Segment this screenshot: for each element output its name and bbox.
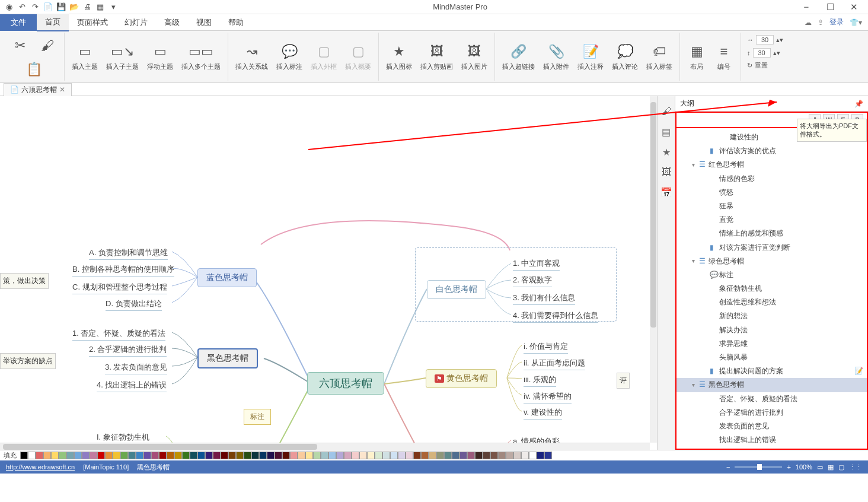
color-swatch[interactable]	[282, 452, 290, 459]
color-swatch[interactable]	[521, 452, 529, 459]
color-swatch[interactable]	[159, 452, 167, 459]
insert-topic-button[interactable]: ▭插入主题	[68, 40, 101, 74]
insert-attachment-button[interactable]: 📎插入附件	[540, 40, 573, 74]
color-swatch[interactable]	[143, 452, 151, 459]
pin-icon[interactable]: 📌	[854, 100, 863, 108]
color-swatch[interactable]	[544, 452, 552, 459]
outline-item[interactable]: 否定、怀疑、质疑的看法	[676, 392, 867, 406]
color-swatch[interactable]	[429, 452, 436, 459]
color-swatch[interactable]	[290, 452, 298, 459]
outline-item[interactable]: 头脑风暴	[676, 351, 867, 364]
export-icon[interactable]: ▦	[95, 2, 106, 12]
black-leaf-4[interactable]: 4. 找出逻辑上的错误	[97, 380, 167, 392]
menu-view[interactable]: 视图	[188, 14, 220, 31]
login-link[interactable]: 登录	[829, 17, 844, 27]
color-swatch[interactable]	[97, 452, 105, 459]
task-icon[interactable]: 📅	[660, 186, 672, 198]
outline-item[interactable]: ▾☰黑色思考帽	[676, 378, 867, 392]
format-painter-button[interactable]: 🖌	[34, 34, 60, 58]
color-swatch[interactable]	[390, 452, 398, 459]
blue-leaf-b[interactable]: B. 控制各种思考帽的使用顺序	[72, 264, 174, 277]
color-swatch[interactable]	[305, 452, 313, 459]
outline-item[interactable]: 求异思维	[676, 337, 867, 351]
qat-dropdown-icon[interactable]: ▾	[108, 2, 119, 12]
outline-item[interactable]: ▾☰红色思考帽	[676, 158, 867, 171]
black-leaf-1[interactable]: 1. 否定、怀疑、质疑的看法	[72, 328, 165, 341]
outline-item[interactable]: ▮对该方案进行直觉判断	[676, 241, 867, 255]
color-swatch[interactable]	[298, 452, 305, 459]
color-swatch[interactable]	[421, 452, 429, 459]
view-mode-1-icon[interactable]: ▭	[817, 463, 823, 471]
layout-button[interactable]: ▦布局	[684, 40, 710, 74]
insert-relationship-button[interactable]: ↝插入关系线	[232, 40, 272, 74]
cut-button[interactable]: ✂	[7, 34, 33, 58]
color-swatch[interactable]	[28, 452, 36, 459]
color-swatch[interactable]	[251, 452, 259, 459]
close-button[interactable]: ✕	[845, 2, 862, 12]
color-swatch[interactable]	[459, 452, 467, 459]
color-swatch[interactable]	[375, 452, 382, 459]
color-swatch[interactable]	[51, 452, 59, 459]
color-swatch[interactable]	[406, 452, 413, 459]
width-spinner[interactable]: ↔30▴▾	[745, 34, 786, 46]
color-swatch[interactable]	[120, 452, 128, 459]
center-node[interactable]: 六顶思考帽	[307, 372, 384, 395]
outline-item[interactable]: 新的想法	[676, 309, 867, 323]
outline-item[interactable]: 直觉	[676, 213, 867, 227]
color-swatch[interactable]	[174, 452, 182, 459]
present-icon[interactable]: ▢	[838, 463, 844, 471]
undo-icon[interactable]: ↶	[17, 2, 27, 12]
color-swatch[interactable]	[275, 452, 282, 459]
outline-item[interactable]: 狂暴	[676, 199, 867, 213]
menu-slides[interactable]: 幻灯片	[116, 14, 156, 31]
outline-item[interactable]: 创造性思维和想法	[676, 296, 867, 309]
outline-item[interactable]: 💬标注	[676, 268, 867, 282]
color-swatch[interactable]	[490, 452, 498, 459]
outline-item[interactable]: ▮提出解决问题的方案📝	[676, 364, 867, 378]
color-swatch[interactable]	[513, 452, 521, 459]
insert-summary-button[interactable]: ▢插入概要	[342, 40, 375, 74]
color-swatch[interactable]	[167, 452, 174, 459]
outline-item[interactable]: 情绪上的感觉和预感	[676, 227, 867, 240]
color-swatch[interactable]	[336, 452, 344, 459]
outline-item[interactable]: ▾☰绿色思考帽	[676, 255, 867, 268]
color-swatch[interactable]	[66, 452, 74, 459]
insert-tag-button[interactable]: 🏷插入标签	[643, 40, 676, 74]
chevron-down-icon[interactable]: ▾	[692, 380, 699, 390]
chevron-down-icon[interactable]: ▾	[692, 160, 699, 170]
color-swatch[interactable]	[205, 452, 213, 459]
outline-item[interactable]: 解决办法	[676, 323, 867, 337]
blue-node[interactable]: 蓝色思考帽	[197, 268, 257, 287]
outline-item[interactable]: 情感的色彩	[676, 172, 867, 186]
maximize-button[interactable]: ☐	[822, 2, 838, 12]
color-swatch[interactable]	[413, 452, 421, 459]
horizontal-scrollbar[interactable]	[0, 443, 650, 450]
zoom-out-button[interactable]: −	[726, 463, 730, 471]
new-doc-icon[interactable]: 📄	[43, 2, 53, 12]
insert-multiple-button[interactable]: ▭▭插入多个主题	[178, 40, 224, 74]
color-swatch[interactable]	[506, 452, 513, 459]
color-swatch[interactable]	[436, 452, 444, 459]
insert-boundary-button[interactable]: ▢插入外框	[307, 40, 340, 74]
callout-annotation[interactable]: 标注	[244, 409, 271, 425]
chevron-down-icon[interactable]: ▾	[692, 256, 699, 266]
height-spinner[interactable]: ↕30▴▾	[745, 47, 786, 59]
black-node[interactable]: 黑色思考帽	[197, 348, 258, 368]
color-swatch[interactable]	[467, 452, 475, 459]
copy-button[interactable]: 📋	[21, 58, 47, 81]
color-swatch[interactable]	[197, 452, 205, 459]
menu-home[interactable]: 首页	[37, 14, 69, 31]
callout-right-1[interactable]: 评	[617, 373, 630, 389]
format-icon[interactable]: 🖌	[660, 106, 672, 117]
color-swatch[interactable]	[267, 452, 275, 459]
menu-help[interactable]: 帮助	[220, 14, 252, 31]
outline-item[interactable]: 找出逻辑上的错误	[676, 433, 867, 447]
resize-grip-icon[interactable]: ⋮⋮	[849, 463, 862, 471]
print-icon[interactable]: 🖨	[82, 2, 92, 12]
insert-note-button[interactable]: 📝插入注释	[574, 40, 607, 74]
status-url[interactable]: http://www.edrawsoft.cn	[6, 463, 75, 471]
color-swatch[interactable]	[82, 452, 90, 459]
color-swatch[interactable]	[483, 452, 490, 459]
yellow-leaf-2[interactable]: ii. 从正面考虑问题	[524, 358, 585, 370]
color-swatch[interactable]	[90, 452, 97, 459]
